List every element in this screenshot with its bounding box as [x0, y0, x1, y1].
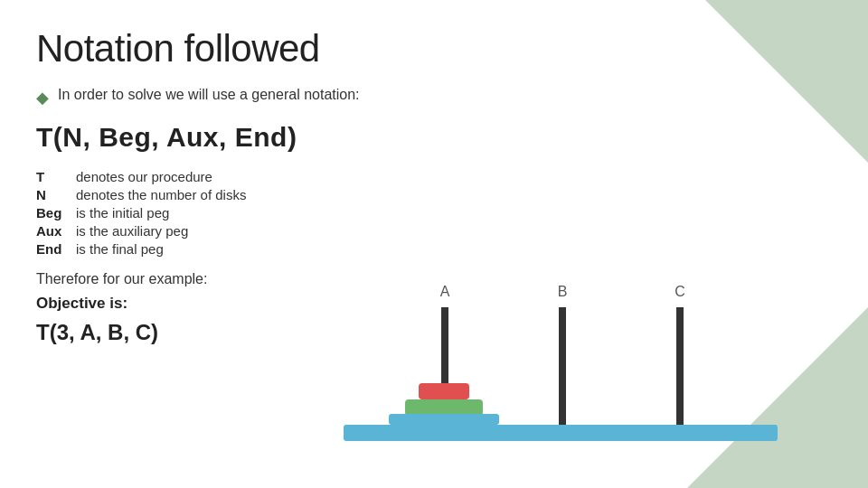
- svg-text:C: C: [675, 284, 685, 299]
- hanoi-svg: A B C: [335, 235, 787, 452]
- row-value: is the initial peg: [76, 205, 169, 221]
- row-key: N: [36, 187, 76, 202]
- svg-rect-5: [405, 399, 483, 416]
- table-row: Tdenotes our procedure: [36, 169, 832, 184]
- bullet-text: In order to solve we will use a general …: [58, 87, 360, 103]
- hanoi-diagram: A B C: [335, 235, 787, 452]
- row-value: denotes our procedure: [76, 169, 212, 184]
- row-value: is the final peg: [76, 241, 164, 257]
- slide: Notation followed ◆ In order to solve we…: [0, 0, 868, 488]
- slide-title: Notation followed: [36, 27, 832, 70]
- row-key: T: [36, 169, 76, 184]
- bullet-line: ◆ In order to solve we will use a genera…: [36, 87, 832, 108]
- table-row: Ndenotes the number of disks: [36, 187, 832, 202]
- row-value: is the auxiliary peg: [76, 223, 188, 239]
- svg-rect-3: [676, 307, 684, 425]
- bullet-diamond-icon: ◆: [36, 88, 49, 108]
- notation-formula: T(N, Beg, Aux, End): [36, 122, 832, 153]
- svg-text:A: A: [440, 284, 450, 299]
- table-row: Begis the initial peg: [36, 205, 832, 221]
- row-value: denotes the number of disks: [76, 187, 246, 202]
- svg-rect-4: [419, 383, 469, 399]
- row-key: Aux: [36, 223, 76, 239]
- row-key: Beg: [36, 205, 76, 221]
- row-key: End: [36, 241, 76, 257]
- svg-rect-0: [344, 425, 778, 441]
- svg-text:B: B: [558, 284, 568, 299]
- svg-rect-2: [559, 307, 566, 425]
- svg-rect-6: [389, 414, 499, 425]
